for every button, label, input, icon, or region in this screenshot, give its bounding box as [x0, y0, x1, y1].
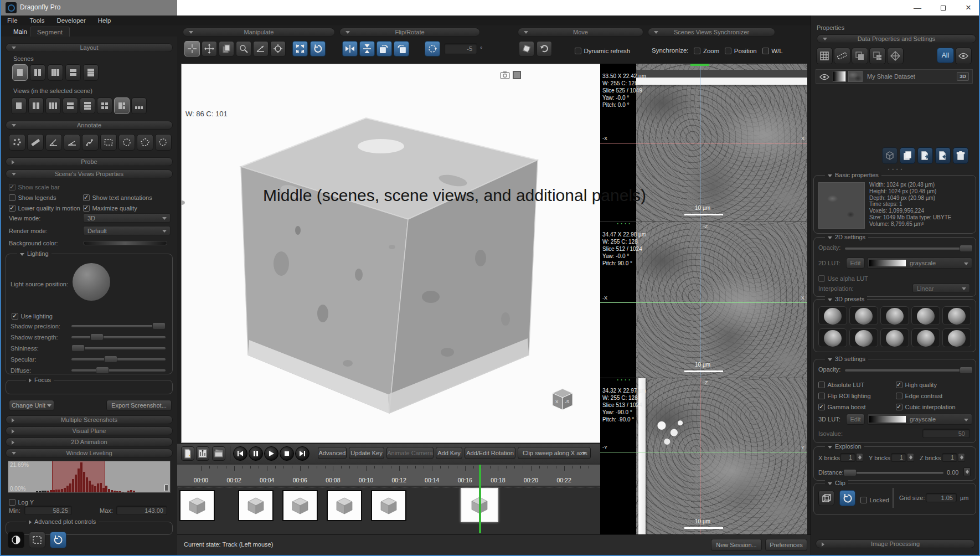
lower-quality-checkbox[interactable]: Lower quality in motion: [9, 203, 80, 213]
close-button[interactable]: ×: [956, 0, 980, 16]
horizontal-crosshair[interactable]: [600, 452, 807, 452]
dataset-row[interactable]: My Shale Dataset 3D: [816, 69, 973, 84]
3d-viewport[interactable]: W: 86 C: 101: [181, 64, 602, 443]
render-mode-dropdown[interactable]: Default: [83, 226, 171, 235]
3d-lut-edit-button[interactable]: Edit: [846, 414, 865, 425]
tab-main[interactable]: Main: [8, 27, 33, 37]
absolute-lut-checkbox[interactable]: Absolute LUT: [818, 379, 864, 389]
sync-position-checkbox[interactable]: Position: [725, 45, 756, 55]
keyframe-thumbnail[interactable]: [282, 490, 318, 521]
list-view-button[interactable]: [816, 48, 833, 64]
show-text-annotations-checkbox[interactable]: Show text annotations: [83, 192, 152, 202]
y-bricks-spinner[interactable]: [907, 453, 914, 462]
menu-developer[interactable]: Developer: [50, 17, 91, 24]
center-tool-button[interactable]: [270, 41, 286, 56]
3d-opacity-slider[interactable]: [845, 369, 970, 372]
mesh-button[interactable]: [887, 48, 904, 64]
annotate-points[interactable]: [9, 134, 25, 151]
3d-preset-7[interactable]: [849, 328, 878, 347]
lighting-slider[interactable]: [71, 336, 166, 338]
skip-start-button[interactable]: [233, 446, 247, 461]
region-select-button[interactable]: [29, 532, 45, 548]
flip-vertical-button[interactable]: [359, 41, 375, 56]
scene-layout-5[interactable]: [83, 64, 99, 81]
separator-handle-dots[interactable]: ····: [617, 378, 632, 384]
invert-contrast-button[interactable]: [8, 532, 24, 548]
window-leveling-histogram[interactable]: 21.69% 0.00%: [8, 461, 171, 493]
3d-preset-9[interactable]: [911, 328, 940, 347]
sync-wl-checkbox[interactable]: W/L: [762, 45, 783, 55]
3d-preset-3[interactable]: [880, 306, 909, 325]
2d-settings-legend[interactable]: 2D settings: [825, 234, 868, 240]
2d-opacity-slider[interactable]: [845, 248, 970, 250]
advanced-plot-legend[interactable]: Advanced plot controls: [26, 518, 99, 525]
view-layout-6[interactable]: [97, 97, 112, 114]
vertical-crosshair[interactable]: [700, 222, 700, 378]
keyframe-thumbnail[interactable]: [238, 490, 274, 521]
minimize-button[interactable]: —: [905, 0, 930, 16]
annotate-rectangle[interactable]: [100, 134, 117, 151]
eye-icon[interactable]: [819, 74, 829, 80]
show-legends-checkbox[interactable]: Show legends: [9, 192, 56, 202]
crosshair-tool-button[interactable]: [184, 41, 200, 56]
section-2d-animation[interactable]: 2D Animation: [6, 437, 173, 446]
distance-slider[interactable]: [846, 472, 943, 474]
pause-button[interactable]: [249, 446, 263, 461]
show-3d-button[interactable]: [882, 147, 898, 164]
undo-move-button[interactable]: [537, 41, 552, 56]
interpolation-dropdown[interactable]: Linear: [912, 284, 970, 293]
flip-horizontal-button[interactable]: [342, 41, 358, 56]
movie-export-button[interactable]: [212, 446, 225, 461]
add-key-button[interactable]: Add Key: [436, 447, 462, 459]
snapshot-button[interactable]: [500, 71, 510, 79]
section-image-processing[interactable]: Image Processing: [816, 539, 975, 548]
tab-segment[interactable]: Segment: [30, 27, 70, 38]
section-move[interactable]: Move: [518, 28, 643, 37]
clip-box-button[interactable]: [818, 490, 834, 506]
new-session-button[interactable]: New Session...: [711, 539, 762, 551]
new-animation-button[interactable]: [181, 446, 194, 461]
x-bricks-spinner[interactable]: [856, 453, 863, 462]
2d-lut-edit-button[interactable]: Edit: [846, 258, 865, 269]
view-layout-2[interactable]: [28, 97, 44, 114]
keyframe-thumbnail[interactable]: [179, 490, 215, 521]
menu-tools[interactable]: Tools: [24, 17, 51, 24]
duplicate-button[interactable]: [900, 147, 915, 164]
panel-resize-dots[interactable]: ····: [888, 165, 905, 174]
3d-preset-4[interactable]: [911, 306, 940, 325]
horizontal-crosshair[interactable]: [600, 302, 807, 303]
locked-checkbox[interactable]: Locked: [860, 495, 889, 504]
3d-settings-legend[interactable]: 3D settings: [825, 356, 868, 362]
timeline-ruler[interactable]: 00:0000:0200:0400:0600:0800:1000:1200:14…: [177, 465, 602, 486]
x-bricks-field[interactable]: 1: [840, 453, 855, 462]
section-multiple-screenshots[interactable]: Multiple Screenshots: [6, 415, 173, 424]
zoom-tool-button[interactable]: [236, 41, 251, 56]
section-annotate[interactable]: Annotate: [6, 121, 173, 130]
section-layout[interactable]: Layout: [6, 43, 173, 52]
section-probe[interactable]: Probe: [6, 157, 173, 166]
maximize-button[interactable]: [930, 0, 956, 16]
basic-properties-legend[interactable]: Basic properties: [825, 172, 881, 178]
3d-preset-5[interactable]: [942, 306, 971, 325]
animate-camera-button[interactable]: Animate Camera: [386, 447, 434, 459]
view-mode-dropdown[interactable]: 3D: [83, 213, 171, 223]
advanced-button[interactable]: Advanced: [318, 447, 347, 459]
keyframe-thumbnail[interactable]: [327, 490, 362, 521]
scene-layout-1[interactable]: [12, 64, 28, 81]
slice-drag-handle[interactable]: [690, 64, 709, 66]
annotate-circle[interactable]: [118, 134, 135, 151]
pan-tool-button[interactable]: [202, 41, 217, 56]
section-manipulate[interactable]: Manipulate: [183, 28, 335, 37]
background-color-slider[interactable]: [83, 241, 167, 245]
clip-legend[interactable]: Clip: [825, 480, 848, 486]
annotate-ruler[interactable]: [27, 134, 44, 151]
min-field[interactable]: 58.25: [24, 506, 72, 515]
lighting-slider[interactable]: [71, 358, 166, 361]
view-layout-4[interactable]: [63, 97, 78, 114]
sweep-mode-dropdown[interactable]: Clip sweep along X axis: [518, 447, 591, 459]
z-bricks-field[interactable]: 1: [942, 453, 957, 462]
visibility-filter-button[interactable]: [955, 48, 972, 64]
distance-spinner[interactable]: [963, 467, 971, 476]
layers-button[interactable]: [852, 48, 868, 64]
view-layout-1[interactable]: [11, 97, 27, 114]
